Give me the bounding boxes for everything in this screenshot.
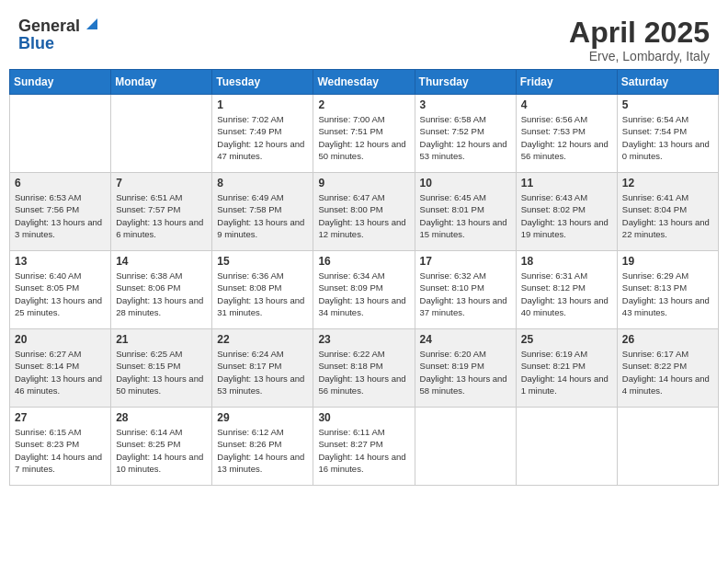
calendar-week-row-3: 13Sunrise: 6:40 AM Sunset: 8:05 PM Dayli… (10, 251, 719, 329)
day-info: Sunrise: 6:53 AM Sunset: 7:56 PM Dayligh… (15, 191, 106, 240)
calendar-cell: 4Sunrise: 6:56 AM Sunset: 7:53 PM Daylig… (516, 95, 617, 173)
day-number: 10 (420, 177, 511, 190)
calendar-cell: 6Sunrise: 6:53 AM Sunset: 7:56 PM Daylig… (10, 173, 111, 251)
calendar-cell: 15Sunrise: 6:36 AM Sunset: 8:08 PM Dayli… (212, 251, 313, 329)
day-info: Sunrise: 6:58 AM Sunset: 7:52 PM Dayligh… (420, 113, 511, 162)
logo-triangle-icon (83, 17, 97, 35)
day-number: 20 (15, 333, 106, 346)
calendar-cell: 16Sunrise: 6:34 AM Sunset: 8:09 PM Dayli… (313, 251, 415, 329)
day-info: Sunrise: 6:41 AM Sunset: 8:04 PM Dayligh… (622, 191, 713, 240)
day-number: 5 (622, 98, 713, 111)
day-info: Sunrise: 6:56 AM Sunset: 7:53 PM Dayligh… (521, 113, 612, 162)
calendar-cell: 3Sunrise: 6:58 AM Sunset: 7:52 PM Daylig… (415, 95, 516, 173)
weekday-header-wednesday: Wednesday (313, 70, 415, 95)
calendar-cell: 23Sunrise: 6:22 AM Sunset: 8:18 PM Dayli… (313, 329, 415, 408)
day-number: 23 (318, 333, 409, 346)
day-info: Sunrise: 6:54 AM Sunset: 7:54 PM Dayligh… (622, 113, 713, 162)
svg-marker-0 (86, 18, 97, 29)
calendar-cell (415, 408, 516, 486)
calendar-cell: 29Sunrise: 6:12 AM Sunset: 8:26 PM Dayli… (212, 408, 313, 486)
day-number: 7 (116, 177, 207, 190)
day-info: Sunrise: 6:51 AM Sunset: 7:57 PM Dayligh… (116, 191, 207, 240)
day-number: 8 (217, 177, 308, 190)
day-number: 9 (318, 177, 409, 190)
day-info: Sunrise: 6:14 AM Sunset: 8:25 PM Dayligh… (116, 426, 207, 475)
day-info: Sunrise: 6:45 AM Sunset: 8:01 PM Dayligh… (420, 191, 511, 240)
day-number: 3 (420, 98, 511, 111)
day-info: Sunrise: 6:34 AM Sunset: 8:09 PM Dayligh… (318, 270, 409, 318)
weekday-header-monday: Monday (111, 70, 212, 95)
calendar-cell: 7Sunrise: 6:51 AM Sunset: 7:57 PM Daylig… (111, 173, 212, 251)
calendar-week-row-2: 6Sunrise: 6:53 AM Sunset: 7:56 PM Daylig… (10, 173, 719, 251)
calendar-cell: 28Sunrise: 6:14 AM Sunset: 8:25 PM Dayli… (111, 408, 212, 486)
calendar-week-row-5: 27Sunrise: 6:15 AM Sunset: 8:23 PM Dayli… (10, 408, 719, 486)
calendar-cell: 10Sunrise: 6:45 AM Sunset: 8:01 PM Dayli… (415, 173, 516, 251)
calendar-cell: 20Sunrise: 6:27 AM Sunset: 8:14 PM Dayli… (10, 329, 111, 408)
calendar-cell: 11Sunrise: 6:43 AM Sunset: 8:02 PM Dayli… (516, 173, 617, 251)
day-info: Sunrise: 6:20 AM Sunset: 8:19 PM Dayligh… (420, 348, 511, 396)
calendar-table: SundayMondayTuesdayWednesdayThursdayFrid… (9, 69, 719, 486)
calendar-cell: 5Sunrise: 6:54 AM Sunset: 7:54 PM Daylig… (617, 95, 718, 173)
day-info: Sunrise: 6:24 AM Sunset: 8:17 PM Dayligh… (217, 348, 308, 396)
calendar-cell: 18Sunrise: 6:31 AM Sunset: 8:12 PM Dayli… (516, 251, 617, 329)
calendar-week-row-1: 1Sunrise: 7:02 AM Sunset: 7:49 PM Daylig… (10, 95, 719, 173)
weekday-header-tuesday: Tuesday (212, 70, 313, 95)
day-info: Sunrise: 6:43 AM Sunset: 8:02 PM Dayligh… (521, 191, 612, 240)
calendar-cell: 9Sunrise: 6:47 AM Sunset: 8:00 PM Daylig… (313, 173, 415, 251)
calendar-cell (10, 95, 111, 173)
calendar-cell (516, 408, 617, 486)
calendar-cell (111, 95, 212, 173)
day-number: 29 (217, 411, 308, 424)
weekday-header-sunday: Sunday (10, 70, 111, 95)
day-number: 1 (217, 98, 308, 111)
calendar-cell: 2Sunrise: 7:00 AM Sunset: 7:51 PM Daylig… (313, 95, 415, 173)
day-info: Sunrise: 6:31 AM Sunset: 8:12 PM Dayligh… (521, 270, 612, 318)
calendar-cell: 1Sunrise: 7:02 AM Sunset: 7:49 PM Daylig… (212, 95, 313, 173)
day-number: 14 (116, 255, 207, 268)
weekday-header-thursday: Thursday (415, 70, 516, 95)
location-title: Erve, Lombardy, Italy (569, 49, 710, 63)
day-info: Sunrise: 6:29 AM Sunset: 8:13 PM Dayligh… (622, 270, 713, 318)
day-info: Sunrise: 6:19 AM Sunset: 8:21 PM Dayligh… (521, 348, 612, 396)
header: General Blue April 2025 Erve, Lombardy, … (9, 9, 719, 69)
day-info: Sunrise: 6:17 AM Sunset: 8:22 PM Dayligh… (622, 348, 713, 396)
month-title: April 2025 (569, 17, 710, 49)
calendar-cell: 24Sunrise: 6:20 AM Sunset: 8:19 PM Dayli… (415, 329, 516, 408)
day-number: 18 (521, 255, 612, 268)
weekday-header-row: SundayMondayTuesdayWednesdayThursdayFrid… (10, 70, 719, 95)
calendar-cell: 25Sunrise: 6:19 AM Sunset: 8:21 PM Dayli… (516, 329, 617, 408)
day-number: 28 (116, 411, 207, 424)
calendar-cell: 26Sunrise: 6:17 AM Sunset: 8:22 PM Dayli… (617, 329, 718, 408)
calendar-cell: 12Sunrise: 6:41 AM Sunset: 8:04 PM Dayli… (617, 173, 718, 251)
day-number: 30 (318, 411, 409, 424)
day-info: Sunrise: 6:36 AM Sunset: 8:08 PM Dayligh… (217, 270, 308, 318)
calendar-cell (617, 408, 718, 486)
calendar-cell: 13Sunrise: 6:40 AM Sunset: 8:05 PM Dayli… (10, 251, 111, 329)
day-number: 22 (217, 333, 308, 346)
day-info: Sunrise: 7:00 AM Sunset: 7:51 PM Dayligh… (318, 113, 409, 162)
day-number: 27 (15, 411, 106, 424)
day-info: Sunrise: 6:47 AM Sunset: 8:00 PM Dayligh… (318, 191, 409, 240)
calendar-cell: 27Sunrise: 6:15 AM Sunset: 8:23 PM Dayli… (10, 408, 111, 486)
day-info: Sunrise: 6:27 AM Sunset: 8:14 PM Dayligh… (15, 348, 106, 396)
title-area: April 2025 Erve, Lombardy, Italy (569, 17, 710, 63)
day-info: Sunrise: 6:12 AM Sunset: 8:26 PM Dayligh… (217, 426, 308, 475)
day-info: Sunrise: 6:32 AM Sunset: 8:10 PM Dayligh… (420, 270, 511, 318)
day-info: Sunrise: 6:40 AM Sunset: 8:05 PM Dayligh… (15, 270, 106, 318)
day-info: Sunrise: 6:25 AM Sunset: 8:15 PM Dayligh… (116, 348, 207, 396)
day-number: 25 (521, 333, 612, 346)
calendar-cell: 21Sunrise: 6:25 AM Sunset: 8:15 PM Dayli… (111, 329, 212, 408)
day-info: Sunrise: 6:11 AM Sunset: 8:27 PM Dayligh… (318, 426, 409, 475)
weekday-header-friday: Friday (516, 70, 617, 95)
weekday-header-saturday: Saturday (617, 70, 718, 95)
day-info: Sunrise: 6:49 AM Sunset: 7:58 PM Dayligh… (217, 191, 308, 240)
day-number: 17 (420, 255, 511, 268)
calendar-week-row-4: 20Sunrise: 6:27 AM Sunset: 8:14 PM Dayli… (10, 329, 719, 408)
day-number: 12 (622, 177, 713, 190)
day-number: 24 (420, 333, 511, 346)
logo-general-text: General (18, 17, 80, 34)
day-number: 19 (622, 255, 713, 268)
day-number: 16 (318, 255, 409, 268)
day-number: 6 (15, 177, 106, 190)
day-number: 13 (15, 255, 106, 268)
